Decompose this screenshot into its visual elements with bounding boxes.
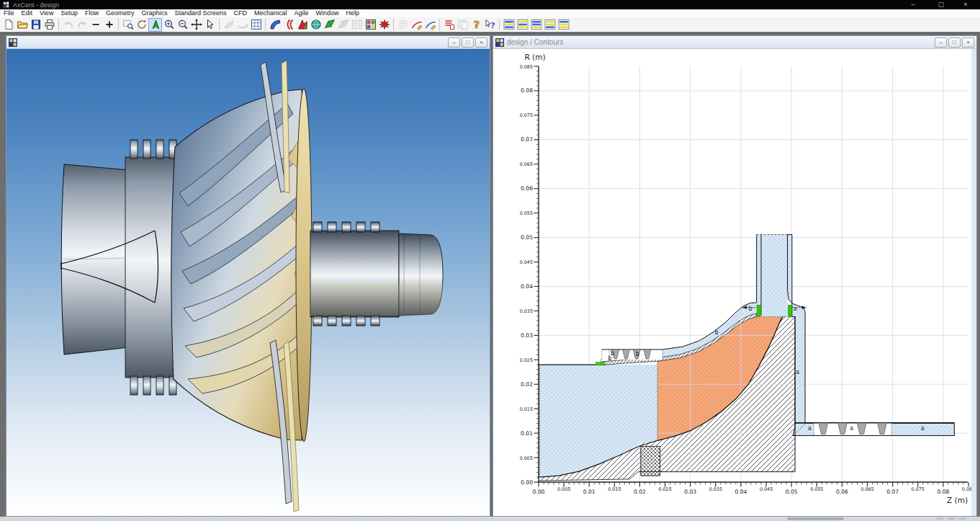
help-icon[interactable]: ?	[469, 18, 483, 32]
app-icon	[3, 1, 9, 8]
spin-icon[interactable]	[235, 18, 249, 32]
close-button[interactable]: ×	[962, 37, 974, 48]
render-viewport[interactable]	[6, 49, 490, 516]
scrollbar-thumb[interactable]	[787, 517, 844, 520]
copy-icon[interactable]	[456, 18, 469, 32]
fit-view-icon[interactable]	[148, 18, 162, 32]
edit-curve-red-icon[interactable]	[410, 18, 423, 32]
svg-text:0.05: 0.05	[786, 489, 798, 495]
contours-window: design / Contours –□× bbbbbaaaaa0.000.00…	[493, 35, 977, 517]
grid-window-icon[interactable]	[249, 18, 263, 32]
menu-geometry[interactable]: Geometry	[102, 9, 138, 17]
menu-bar: FileEditViewSetupFlowGeometryGraphicsSta…	[0, 9, 980, 17]
open-icon[interactable]	[15, 18, 29, 32]
scrollbar-button[interactable]	[948, 517, 955, 520]
contours-viewport[interactable]: bbbbbaaaaa0.000.000.0050.0050.010.010.01…	[493, 49, 976, 516]
restore-button[interactable]: □	[948, 37, 961, 48]
menu-help[interactable]: Help	[343, 9, 364, 17]
surface-view-icon[interactable]	[323, 18, 336, 32]
menu-graphics[interactable]: Graphics	[138, 9, 171, 17]
screen-3-icon[interactable]	[529, 18, 543, 32]
close-button[interactable]: ×	[955, 0, 976, 9]
blade-editor-icon[interactable]	[295, 18, 309, 32]
back-disk	[296, 89, 312, 442]
rotate-view-icon[interactable]	[135, 18, 148, 32]
menu-standard-screens[interactable]: Standard Screens	[171, 9, 230, 17]
edit-curve-blue-icon[interactable]	[423, 18, 437, 32]
toolbar-separator	[499, 19, 500, 30]
toolbar: ??	[0, 17, 980, 32]
toolbar-separator	[118, 19, 119, 30]
svg-text:0.08: 0.08	[937, 489, 949, 495]
surface-alt-icon[interactable]	[336, 18, 350, 32]
save-icon[interactable]	[29, 18, 42, 32]
scrollbar-button[interactable]	[959, 517, 966, 520]
flow-path-icon[interactable]	[268, 18, 282, 32]
menu-file[interactable]: File	[0, 9, 18, 17]
undo-icon[interactable]	[61, 18, 75, 32]
svg-text:0.01: 0.01	[521, 430, 533, 437]
zoom-in-icon[interactable]	[162, 18, 176, 32]
notes-list-icon[interactable]	[442, 18, 456, 32]
toolbar-separator	[58, 19, 59, 30]
blade-angles-icon[interactable]	[282, 18, 295, 32]
zoom-minus-icon[interactable]	[89, 18, 102, 32]
restore-button[interactable]: □	[462, 37, 474, 48]
svg-text:0.045: 0.045	[760, 486, 773, 492]
world-view-icon[interactable]	[309, 18, 323, 32]
screen-4-icon[interactable]	[543, 18, 557, 32]
render-window-titlebar[interactable]: –□×	[6, 36, 490, 49]
contours-window-buttons: –□×	[935, 37, 976, 48]
marquee-zoom-icon[interactable]	[121, 18, 135, 32]
scrollbar-button[interactable]	[936, 517, 943, 520]
contours-window-titlebar[interactable]: design / Contours –□×	[493, 36, 976, 49]
svg-text:0.05: 0.05	[521, 234, 533, 241]
data-table-icon[interactable]	[350, 18, 364, 32]
toolbar-separator	[265, 19, 266, 30]
screen-2-icon[interactable]	[516, 18, 529, 32]
svg-text:0.02: 0.02	[634, 489, 646, 495]
svg-text:a: a	[850, 425, 853, 432]
svg-text:b: b	[608, 355, 611, 362]
mesh-burst-icon[interactable]	[377, 18, 391, 32]
close-button[interactable]: ×	[475, 37, 487, 48]
new-icon[interactable]	[1, 18, 15, 32]
svg-text:0.03: 0.03	[684, 489, 696, 495]
menu-agile[interactable]: Agile	[291, 9, 313, 17]
pan-icon[interactable]	[189, 18, 203, 32]
menu-edit[interactable]: Edit	[18, 9, 37, 17]
zoom-plus-icon[interactable]	[102, 18, 116, 32]
menu-flow[interactable]: Flow	[81, 9, 102, 17]
svg-text:0.04: 0.04	[734, 489, 747, 495]
toolbar-separator	[219, 19, 220, 30]
menu-mechanical[interactable]: Mechanical	[251, 9, 291, 17]
minimize-button[interactable]: –	[902, 0, 924, 9]
svg-text:a: a	[796, 369, 799, 375]
menu-cfd[interactable]: CFD	[230, 9, 251, 17]
svg-text:0.005: 0.005	[520, 455, 533, 461]
screen-5-icon[interactable]	[557, 18, 570, 32]
toolbar-separator	[393, 19, 394, 30]
svg-text:b: b	[715, 329, 719, 336]
redo-icon[interactable]	[75, 18, 89, 32]
contour-map-icon[interactable]	[364, 18, 377, 32]
meridional-contour-plot: bbbbbaaaaa0.000.000.0050.0050.010.010.01…	[493, 49, 976, 516]
list-view-icon[interactable]	[396, 18, 410, 32]
menu-setup[interactable]: Setup	[57, 9, 81, 17]
zoom-out-icon[interactable]	[176, 18, 189, 32]
menu-view[interactable]: View	[36, 9, 57, 17]
svg-text:0.00: 0.00	[533, 489, 545, 495]
svg-text:?: ?	[473, 19, 479, 30]
screen-1-icon[interactable]	[502, 18, 516, 32]
plot-right-border	[971, 49, 976, 516]
print-icon[interactable]	[42, 18, 56, 32]
pick-icon[interactable]	[203, 18, 217, 32]
maximize-button[interactable]: ▢	[930, 0, 952, 9]
shade-icon[interactable]	[222, 18, 235, 32]
bottom-scrollbar[interactable]	[0, 517, 980, 521]
menu-window[interactable]: Window	[313, 9, 343, 17]
minimize-button[interactable]: –	[448, 37, 460, 48]
minimize-button[interactable]: –	[935, 37, 947, 48]
context-help-icon[interactable]: ?	[483, 18, 497, 32]
svg-text:0.075: 0.075	[520, 112, 533, 118]
